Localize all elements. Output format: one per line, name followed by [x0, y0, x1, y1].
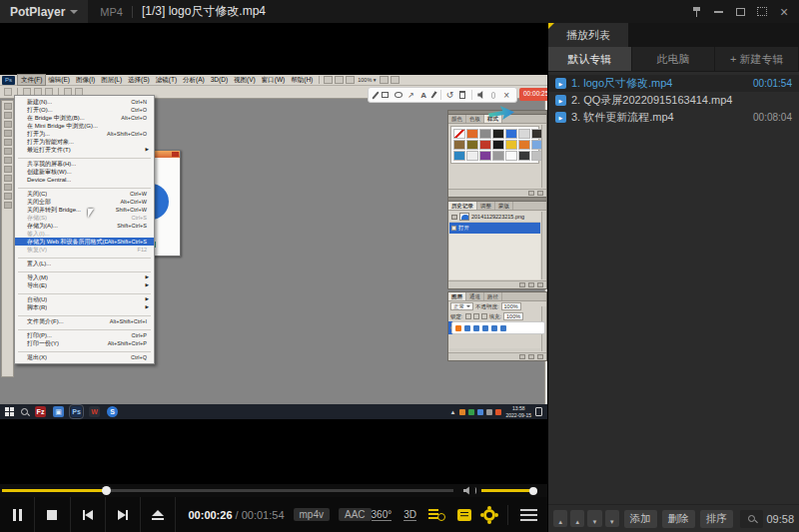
menu-item[interactable]: 签入(I)...: [15, 230, 154, 238]
arrange-documents-icon[interactable]: [380, 76, 389, 84]
playlist-search-button[interactable]: [428, 508, 445, 521]
ps-menu-item[interactable]: 3D(D): [208, 75, 231, 85]
input-method-icon[interactable]: [473, 325, 479, 331]
recording-stop-badge[interactable]: 00:00:25 结束: [519, 88, 547, 101]
menu-item[interactable]: 打开(O)... Ctrl+O: [15, 106, 154, 114]
tool-icon[interactable]: [4, 139, 12, 146]
stop-button[interactable]: [35, 497, 70, 532]
tool-icon[interactable]: [4, 184, 12, 191]
move-up-button[interactable]: [570, 510, 584, 527]
ps-menu-item[interactable]: 图像(I): [73, 75, 98, 85]
panel-tab[interactable]: 历史记录: [448, 202, 477, 210]
panel-tab[interactable]: 色板: [466, 115, 484, 123]
move-down-button[interactable]: [587, 510, 601, 527]
video-360-button[interactable]: 360°: [372, 509, 393, 521]
volume-slider[interactable]: [481, 489, 537, 492]
taskbar-search-icon[interactable]: [21, 408, 28, 415]
lock-transparent-icon[interactable]: [465, 313, 471, 319]
trash-icon[interactable]: [459, 91, 465, 99]
tool-icon[interactable]: [4, 103, 12, 110]
menu-item[interactable]: 恢复(V) F12: [15, 246, 154, 254]
pencil-icon[interactable]: [372, 91, 379, 99]
ps-menu-item[interactable]: 分析(A): [180, 75, 208, 85]
video-3d-button[interactable]: 3D: [403, 509, 416, 521]
speaker-icon[interactable]: [477, 91, 484, 99]
maximize-button[interactable]: [729, 0, 751, 23]
panel-tab[interactable]: 通道: [466, 292, 484, 300]
menu-item[interactable]: [18, 268, 151, 272]
brush-icon[interactable]: [430, 91, 437, 99]
menu-item[interactable]: 打印一份(Y) Alt+Shift+Ctrl+P: [15, 339, 154, 347]
playlist-search-box[interactable]: [740, 510, 764, 528]
tool-icon[interactable]: [4, 121, 12, 128]
tool-icon[interactable]: [4, 193, 12, 200]
menu-item[interactable]: [18, 348, 151, 352]
menu-item[interactable]: 脚本(R) ▶: [15, 303, 154, 311]
delete-icon[interactable]: [537, 282, 543, 287]
style-swatch[interactable]: [453, 129, 465, 139]
pin-button[interactable]: [685, 0, 707, 23]
style-swatch[interactable]: [453, 140, 465, 150]
delete-button[interactable]: 删除: [662, 510, 695, 528]
menu-item[interactable]: 自动(U) ▶: [15, 295, 154, 303]
playlist-item[interactable]: 3. 软件更新流程.mp4 00:08:04: [548, 109, 799, 126]
speaker-icon[interactable]: [463, 486, 472, 495]
document-titlebar[interactable]: [151, 151, 180, 158]
menu-item[interactable]: 退出(X) Ctrl+Q: [15, 353, 154, 361]
video-surface[interactable]: Ps 文件(F)编辑(E)图像(I)图层(L)选择(S)滤镜(T)分析(A)3D…: [0, 23, 547, 484]
menu-item[interactable]: 打开为... Alt+Shift+Ctrl+O: [15, 130, 154, 138]
menu-item[interactable]: 新建(N)... Ctrl+N: [15, 98, 154, 106]
tool-icon[interactable]: [4, 112, 12, 119]
ps-menu-item[interactable]: 图层(L): [98, 75, 125, 85]
panel-tab[interactable]: 图层: [448, 292, 466, 300]
playlist-subtab[interactable]: + 新建专辑: [715, 47, 799, 71]
menu-item[interactable]: 存储(S) Ctrl+S: [15, 214, 154, 222]
playlist-subtab[interactable]: 默认专辑: [548, 47, 632, 71]
style-swatch[interactable]: [479, 129, 491, 139]
new-document-icon[interactable]: [519, 282, 525, 287]
zoom-level-dropdown[interactable]: 100% ▾: [358, 77, 376, 83]
menu-item[interactable]: [18, 255, 151, 259]
next-button[interactable]: [106, 497, 141, 532]
minimize-button[interactable]: [707, 0, 729, 23]
ps-menu-item[interactable]: 帮助(H): [288, 75, 316, 85]
taskbar-app-icon[interactable]: Ps: [71, 406, 82, 417]
tool-icon[interactable]: [4, 148, 12, 155]
hamburger-menu-button[interactable]: [520, 509, 537, 521]
input-method-icon[interactable]: [500, 325, 506, 331]
history-step-row[interactable]: 打开: [449, 223, 540, 234]
tray-icon[interactable]: [495, 409, 501, 415]
menu-item[interactable]: 关闭全部 Alt+Ctrl+W: [15, 198, 154, 206]
menu-item[interactable]: 文件简介(F)... Alt+Shift+Ctrl+I: [15, 317, 154, 325]
link-layers-icon[interactable]: [519, 354, 525, 359]
subtitle-button[interactable]: [457, 509, 471, 521]
menu-item[interactable]: [18, 290, 151, 294]
style-swatch[interactable]: [492, 140, 504, 150]
ps-menu-item[interactable]: 编辑(E): [45, 75, 73, 85]
history-snapshot-row[interactable]: 20141129223215.png: [449, 212, 540, 223]
new-style-icon[interactable]: [528, 191, 534, 196]
panel-tab[interactable]: 调整: [477, 202, 495, 210]
ps-menu-item[interactable]: 窗口(W): [259, 75, 288, 85]
move-to-bottom-button[interactable]: [605, 510, 619, 527]
panel-tab[interactable]: 蒙版: [495, 202, 513, 210]
mini-bridge-icon[interactable]: [335, 76, 344, 84]
pause-button[interactable]: [0, 497, 35, 532]
menu-item[interactable]: [18, 326, 151, 330]
style-swatch[interactable]: [479, 151, 491, 161]
blend-mode-dropdown[interactable]: 正常: [450, 302, 473, 310]
ellipse-icon[interactable]: [395, 92, 402, 98]
settings-gear-button[interactable]: [483, 509, 495, 521]
lock-position-icon[interactable]: [473, 313, 479, 319]
tool-icon[interactable]: [4, 166, 12, 173]
new-layer-icon[interactable]: [528, 354, 534, 359]
taskbar-app-icon[interactable]: ▣: [53, 406, 64, 417]
tray-expand-icon[interactable]: ▲: [449, 409, 455, 415]
style-swatch[interactable]: [492, 151, 504, 161]
seek-handle[interactable]: [102, 486, 111, 495]
text-icon[interactable]: [419, 91, 427, 100]
fullscreen-button[interactable]: [751, 0, 773, 23]
menu-item[interactable]: [18, 185, 151, 189]
document-close-icon[interactable]: [172, 152, 179, 157]
screen-mode-icon[interactable]: [391, 76, 400, 84]
